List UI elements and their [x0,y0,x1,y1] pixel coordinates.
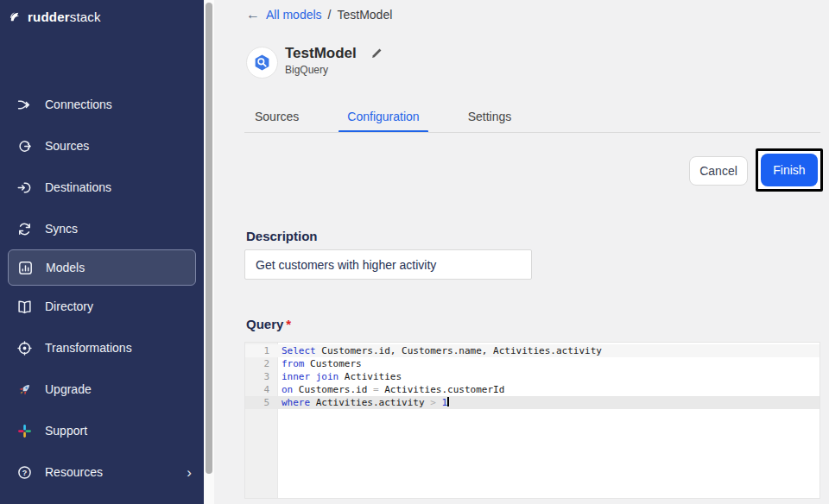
line-number: 5 [245,396,277,409]
sidebar-item-label: Connections [45,98,112,111]
sidebar-item-label: Support [45,424,87,438]
line-number: 1 [245,344,277,357]
sidebar-item-label: Directory [45,299,93,313]
line-number: 3 [245,370,277,383]
tab-bar-divider [244,132,820,133]
sources-icon [17,139,32,154]
code-text: where Activities.activity > 1 [277,396,449,409]
sidebar-item-models[interactable]: Models [8,249,196,286]
sidebar-item-resources[interactable]: ?Resources› [0,451,204,493]
transformations-icon [17,341,32,356]
sidebar-item-transformations[interactable]: Transformations [0,327,204,369]
code-text: on Customers.id = Activities.customerId [277,383,504,396]
sidebar-item-label: Upgrade [45,382,92,396]
sidebar-item-sources[interactable]: Sources [0,125,204,167]
code-line-3[interactable]: 3inner join Activities [245,370,820,383]
upgrade-rocket-icon [17,382,32,397]
sidebar-item-directory[interactable]: Directory [0,286,204,327]
sidebar-nav: ConnectionsSourcesDestinationsSyncsModel… [0,84,204,493]
line-number: 4 [245,383,277,396]
breadcrumb-separator: / [328,8,332,22]
page-title: TestModel [285,45,357,62]
sidebar-item-label: Syncs [45,222,78,236]
query-label: Query* [246,317,291,331]
sidebar-item-connections[interactable]: Connections [0,84,204,125]
sidebar-scrollbar-thumb[interactable] [206,3,212,474]
edit-title-pencil-icon[interactable] [370,47,383,60]
syncs-icon [17,222,32,236]
sidebar-item-syncs[interactable]: Syncs [0,208,204,249]
breadcrumb-all-models-link[interactable]: All models [266,8,322,22]
finish-highlight-box: Finish [756,148,823,192]
code-text: inner join Activities [277,370,402,383]
destinations-icon [17,180,32,195]
connections-icon [17,98,32,112]
tab-sources[interactable]: Sources [255,102,299,133]
code-text: Select Customers.id, Customers.name, Act… [277,344,602,357]
sql-query-editor[interactable]: 1Select Customers.id, Customers.name, Ac… [244,342,820,499]
rudderstack-logo-icon [9,10,22,23]
support-slack-icon [17,424,32,438]
sidebar-scrollbar-track[interactable] [204,0,214,504]
sidebar-item-support[interactable]: Support [0,410,204,451]
bigquery-icon [246,47,278,79]
cancel-button[interactable]: Cancel [689,156,748,186]
svg-text:?: ? [22,468,28,476]
main-content: ← All models / TestModel TestModel BigQu… [214,0,829,504]
breadcrumb: ← All models / TestModel [246,7,392,22]
sidebar-item-label: Sources [45,139,89,153]
sidebar-item-label: Resources [45,465,103,479]
tab-bar: SourcesConfigurationSettings [214,102,560,133]
description-label: Description [246,229,318,243]
sidebar: rudderstack ConnectionsSourcesDestinatio… [0,0,204,504]
sidebar-item-destinations[interactable]: Destinations [0,167,204,208]
page-subtitle: BigQuery [285,64,328,76]
rudderstack-app: rudderstack ConnectionsSourcesDestinatio… [0,0,829,504]
required-asterisk: * [286,317,291,331]
description-input[interactable] [244,249,532,280]
sidebar-item-label: Transformations [45,341,132,355]
back-arrow-icon[interactable]: ← [246,7,260,22]
tab-configuration[interactable]: Configuration [347,102,419,133]
tab-settings[interactable]: Settings [468,102,512,133]
code-text: from Customers [277,357,362,370]
code-line-1[interactable]: 1Select Customers.id, Customers.name, Ac… [245,344,820,357]
line-number: 2 [245,357,277,370]
editor-code-rows: 1Select Customers.id, Customers.name, Ac… [245,343,820,409]
sidebar-item-label: Models [46,261,85,274]
resources-icon: ? [17,465,32,480]
finish-button[interactable]: Finish [761,154,818,186]
models-icon [18,261,33,275]
sidebar-item-label: Destinations [45,180,111,194]
directory-icon [17,299,32,314]
code-line-4[interactable]: 4on Customers.id = Activities.customerId [245,383,820,396]
chevron-right-icon: › [187,465,192,480]
rudderstack-logo[interactable]: rudderstack [0,0,204,24]
sidebar-item-upgrade[interactable]: Upgrade [0,369,204,410]
code-line-2[interactable]: 2from Customers [245,357,820,370]
breadcrumb-current: TestModel [337,8,392,22]
rudderstack-logo-text: rudderstack [28,9,101,24]
code-line-5[interactable]: 5where Activities.activity > 1 [245,396,820,409]
text-cursor [447,397,449,406]
